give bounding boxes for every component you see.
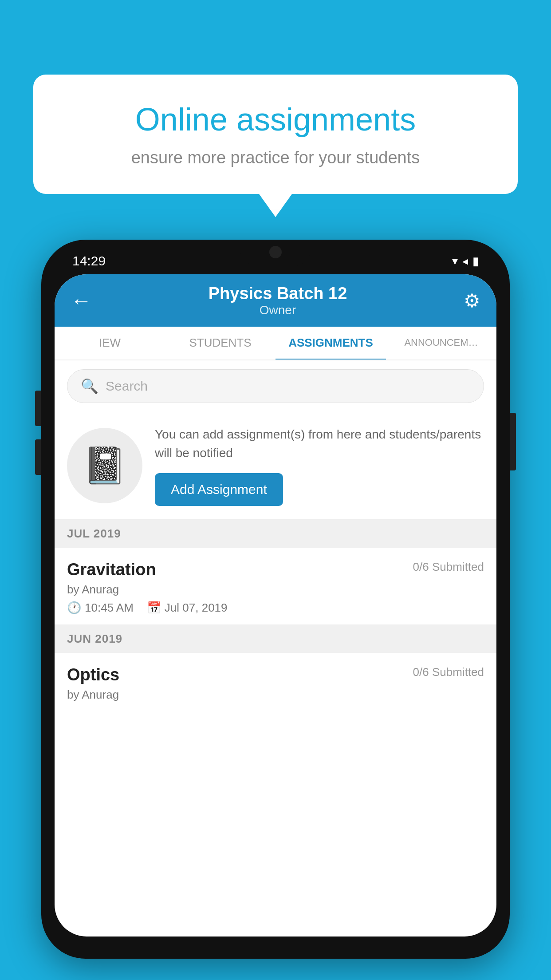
assignment-by: by Anurag [67,583,484,597]
section-header-jun: JUN 2019 [55,625,496,653]
assignment-item-optics[interactable]: Optics 0/6 Submitted by Anurag [55,653,496,713]
clock-icon: 🕐 [67,601,81,615]
signal-icon: ◂ [462,254,468,268]
promo-content: You can add assignment(s) from here and … [155,425,484,506]
tabs-bar: IEW STUDENTS ASSIGNMENTS ANNOUNCEM… [55,327,496,360]
header-subtitle: Owner [92,303,464,317]
phone-screen: ← Physics Batch 12 Owner ⚙ IEW STUDENTS … [55,274,496,937]
search-bar[interactable]: 🔍 Search [67,369,484,403]
app-header: ← Physics Batch 12 Owner ⚙ [55,274,496,327]
promo-section: 📓 You can add assignment(s) from here an… [55,412,496,520]
tab-assignments[interactable]: ASSIGNMENTS [276,327,386,360]
wifi-icon: ▾ [452,254,458,268]
date-value: Jul 07, 2019 [165,601,228,615]
speech-bubble-title: Online assignments [69,101,482,138]
status-icons: ▾ ◂ ▮ [452,254,479,268]
volume-up-button[interactable] [35,391,41,426]
search-container: 🔍 Search [55,360,496,412]
assignment-item-gravitation[interactable]: Gravitation 0/6 Submitted by Anurag 🕐 10… [55,548,496,625]
assignment-name: Gravitation [67,560,156,579]
phone-notch [240,240,311,266]
tab-announcements[interactable]: ANNOUNCEM… [386,327,496,360]
assignment-date: 📅 Jul 07, 2019 [147,601,228,615]
section-header-jul: JUL 2019 [55,520,496,548]
settings-button[interactable]: ⚙ [464,290,480,312]
assignment-submitted-optics: 0/6 Submitted [413,665,484,679]
assignment-top: Gravitation 0/6 Submitted [67,560,484,579]
notebook-icon: 📓 [83,445,127,486]
assignment-top-optics: Optics 0/6 Submitted [67,665,484,684]
header-title: Physics Batch 12 [92,284,464,303]
volume-down-button[interactable] [35,439,41,475]
time-value: 10:45 AM [85,601,134,615]
battery-icon: ▮ [472,254,479,268]
header-center: Physics Batch 12 Owner [92,284,464,317]
speech-bubble: Online assignments ensure more practice … [33,75,518,194]
assignment-by-optics: by Anurag [67,688,484,702]
assignment-time: 🕐 10:45 AM [67,601,134,615]
tab-students[interactable]: STUDENTS [165,327,276,360]
assignment-name-optics: Optics [67,665,119,684]
add-assignment-button[interactable]: Add Assignment [155,473,283,506]
assignment-submitted: 0/6 Submitted [413,560,484,574]
calendar-icon: 📅 [147,601,161,615]
back-button[interactable]: ← [71,288,92,313]
tab-iew[interactable]: IEW [55,327,165,360]
search-icon: 🔍 [81,378,98,395]
assignment-meta: 🕐 10:45 AM 📅 Jul 07, 2019 [67,601,484,615]
phone-device: 14:29 ▾ ◂ ▮ ← Physics Batch 12 Owner ⚙ I… [41,240,510,959]
promo-text: You can add assignment(s) from here and … [155,425,484,462]
speech-bubble-subtitle: ensure more practice for your students [69,148,482,167]
promo-icon-circle: 📓 [67,428,142,503]
status-time: 14:29 [72,253,106,269]
power-button[interactable] [510,413,516,470]
search-placeholder: Search [106,379,148,394]
